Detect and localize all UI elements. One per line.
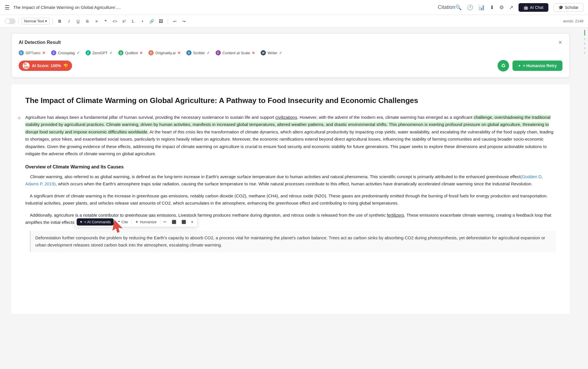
chevron-down-icon: ▾: [45, 19, 47, 23]
format-select[interactable]: Normal Text ▾: [22, 18, 50, 24]
scholar-button[interactable]: 🎓 Scholar: [554, 3, 583, 12]
italic-button[interactable]: I: [65, 17, 73, 25]
share-icon[interactable]: ↗: [509, 4, 513, 11]
contentatscale-status: ✕: [252, 51, 255, 55]
float-sep-3: [160, 219, 160, 225]
superscript-button[interactable]: x²: [120, 17, 128, 25]
gptzero-icon: G: [19, 50, 24, 55]
scribbr-icon: S: [186, 50, 192, 55]
scribbr-status: ✓: [207, 51, 210, 55]
scroll-indicator-3: [584, 47, 585, 49]
ai-chat-button[interactable]: 🤖 AI Chat: [519, 3, 548, 12]
tool-scribbr: S Scribbr ✓: [186, 50, 210, 55]
scroll-indicator-4: [584, 52, 585, 54]
humanize-button[interactable]: ✦ Humanize: [132, 218, 160, 226]
more-icon-button[interactable]: ⬛: [179, 218, 188, 226]
humanize-retry-button[interactable]: + + Humanize Retry: [512, 61, 562, 71]
expand-icon-button[interactable]: ▾: [189, 218, 196, 226]
toolbar-separator-1: [18, 18, 19, 24]
crossplag-label: Crossplag: [58, 51, 75, 55]
document-title: The Impact of Climate Warming on Global …: [25, 96, 556, 106]
strikethrough-button[interactable]: S: [83, 17, 91, 25]
originality-icon: O: [148, 50, 154, 55]
unordered-list-button[interactable]: •: [138, 17, 146, 25]
quillbot-icon: Q: [118, 50, 123, 55]
zerogpt-icon: Z: [86, 50, 91, 55]
edit-icon-button[interactable]: ✏: [161, 218, 169, 226]
floating-toolbar: ✦ + AI Commands ❝ Cite ✦ Humanize ✏ ⬛ ⬛ …: [75, 217, 198, 227]
quillbot-label: Quillbot: [125, 51, 138, 55]
editor-area: AI Detection Result ✕ G GPTzero ✕ C Cros…: [0, 28, 581, 369]
menu-icon[interactable]: ☰: [5, 4, 10, 11]
image-button[interactable]: 🖼: [157, 17, 165, 25]
copy-icon-button[interactable]: ⬛: [169, 218, 179, 226]
underline-button[interactable]: U: [74, 17, 82, 25]
crossplag-status: ✓: [77, 51, 80, 55]
word-count: words: 2148: [563, 19, 583, 23]
code-button[interactable]: <>: [111, 17, 119, 25]
float-sep-1: [114, 219, 115, 225]
add-paragraph-icon[interactable]: ✛: [17, 114, 21, 122]
originality-label: Originality.ai: [155, 51, 176, 55]
tool-gptzero: G GPTzero ✕: [19, 50, 45, 55]
paragraph-2: Climate warming, also referred to as glo…: [25, 173, 556, 188]
history-icon[interactable]: 🕐: [467, 4, 473, 11]
auto-save-toggle[interactable]: [5, 18, 16, 24]
toolbar-separator-3: [168, 18, 168, 24]
tool-crossplag: C Crossplag ✓: [51, 50, 80, 55]
blockquote-button[interactable]: ❝: [102, 17, 110, 25]
ai-commands-button[interactable]: ✦ + AI Commands: [77, 218, 114, 226]
citation-label: Citation: [438, 4, 455, 10]
undo-button[interactable]: ↩: [171, 17, 179, 25]
cite-button[interactable]: ❝ Cite: [115, 218, 131, 226]
top-nav-actions: Citation 🔍 🕐 📊 ⬇ ⚙ ↗ 🤖 AI Chat 🎓 Scholar: [438, 3, 583, 12]
citation-search[interactable]: Citation 🔍: [438, 4, 462, 11]
main-area: AI Detection Result ✕ G GPTzero ✕ C Cros…: [0, 28, 588, 369]
contentatscale-label: Content at Scale: [223, 51, 250, 55]
ai-score-row: AI100 AI Score: 100% 👎 ♻ + + Humanize Re…: [19, 60, 562, 71]
scroll-indicator-1: [584, 38, 585, 40]
blockquote-deforestation: Deforestation further compounds the prob…: [30, 231, 556, 252]
ai-detection-panel: AI Detection Result ✕ G GPTzero ✕ C Cros…: [11, 33, 570, 77]
ai-score-icon: AI100: [23, 62, 30, 69]
toolbar-separator-2: [53, 18, 53, 24]
scholar-icon: 🎓: [558, 5, 563, 10]
recycle-icon-button[interactable]: ♻: [498, 60, 509, 71]
zerogpt-status: ✓: [109, 51, 113, 55]
ordered-list-button[interactable]: 1.: [129, 17, 137, 25]
writer-label: Writer: [268, 51, 277, 55]
writer-status: ✓: [279, 51, 282, 55]
gptzero-label: GPTzero: [26, 51, 40, 55]
panel-close-button[interactable]: ✕: [558, 39, 562, 46]
ai-score-label: AI Score: 100%: [32, 63, 61, 68]
sparkle-icon: ✦: [80, 220, 83, 224]
tool-quillbot: Q Quillbot ✕: [118, 50, 143, 55]
detection-tools: G GPTzero ✕ C Crossplag ✓ Z ZeroGPT ✓ Q …: [19, 50, 562, 55]
download-icon[interactable]: ⬇: [490, 4, 494, 11]
ai-score-badge: AI100 AI Score: 100% 👎: [19, 61, 72, 71]
citation-link-godden[interactable]: (Godden D, Adams P, 2019): [25, 174, 543, 187]
thumbdown-icon: 👎: [63, 63, 68, 68]
tool-contentatscale: C Content at Scale ✕: [216, 50, 255, 55]
quillbot-status: ✕: [140, 51, 143, 55]
settings-icon[interactable]: ⚙: [499, 4, 504, 11]
tool-writer: W Writer ✓: [261, 50, 282, 55]
underline-civilizations: civilizations: [275, 115, 297, 120]
redo-button[interactable]: ↪: [180, 17, 188, 25]
scroll-indicator-2: [584, 42, 585, 45]
bold-button[interactable]: B: [56, 17, 64, 25]
toggle-container: [5, 18, 16, 24]
doc-content[interactable]: The Impact of Climate Warming on Global …: [11, 84, 570, 314]
right-sidebar: [581, 28, 588, 369]
link-button[interactable]: 🔗: [148, 17, 156, 25]
underline-fertilizers: fertilizers: [387, 213, 404, 217]
panel-title: AI Detection Result: [19, 40, 61, 45]
panel-header: AI Detection Result ✕: [19, 39, 562, 46]
top-nav: ☰ The Impact of Climate Warming on Globa…: [0, 0, 588, 15]
humanize-icon: ✦: [135, 220, 138, 224]
cite-icon: ❝: [118, 220, 120, 224]
align-button[interactable]: ≡: [92, 17, 100, 25]
stats-icon[interactable]: 📊: [478, 4, 485, 11]
plus-icon: +: [518, 63, 521, 68]
float-sep-2: [131, 219, 132, 225]
